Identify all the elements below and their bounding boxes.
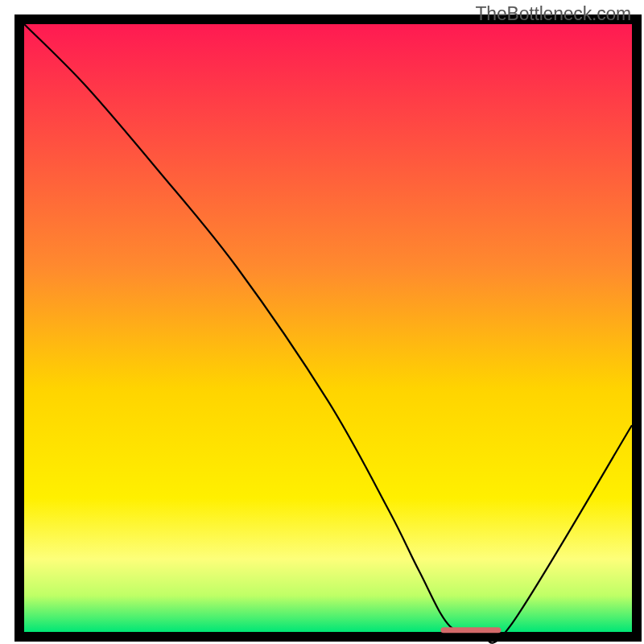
chart-container: TheBottleneck.com [0, 0, 644, 644]
watermark-label: TheBottleneck.com [476, 3, 631, 25]
plot-background [24, 24, 632, 632]
bottleneck-chart [0, 0, 644, 644]
